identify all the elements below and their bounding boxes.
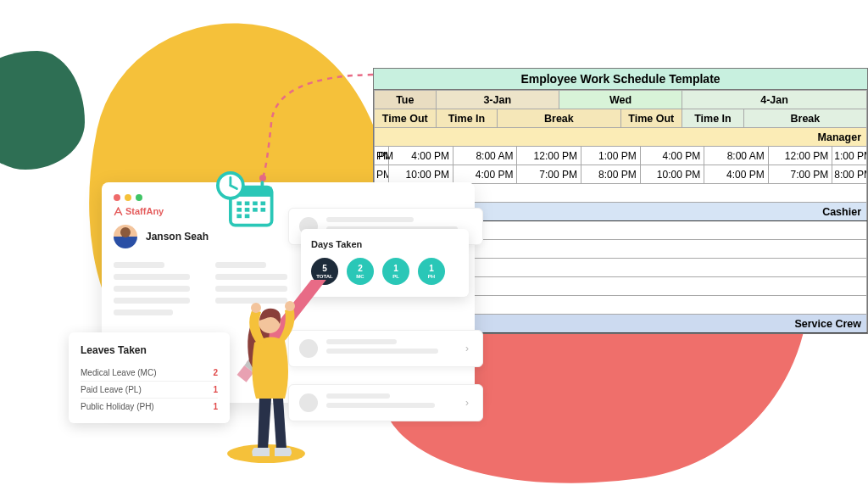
days-taken-pl[interactable]: 1 PL <box>382 258 409 285</box>
col-timein-4jan: Time In <box>682 109 744 128</box>
schedule-title: Employee Work Schedule Template <box>374 69 867 90</box>
clock-calendar-icon <box>216 170 280 233</box>
leave-row: Public Holiday (PH) 1 <box>81 398 218 415</box>
svg-rect-6 <box>245 202 250 206</box>
svg-rect-9 <box>236 208 242 212</box>
col-day-tue: Tue <box>375 91 437 109</box>
col-timein-3jan: Time In <box>436 109 498 128</box>
brand-text: StaffAny <box>125 206 164 216</box>
col-break-4jan: Break <box>743 109 866 128</box>
table-row: PM 4:00 PM 8:00 AM 12:00 PM 1:00 PM 4:00… <box>375 147 867 165</box>
svg-point-24 <box>285 301 295 311</box>
role-row-manager: Manager <box>375 128 867 147</box>
window-controls[interactable] <box>114 194 463 201</box>
days-taken-title: Days Taken <box>311 239 459 249</box>
leave-row: Paid Leave (PL) 1 <box>81 381 218 398</box>
window-max-icon[interactable] <box>136 194 142 201</box>
svg-rect-5 <box>236 202 242 206</box>
col-day-wed: Wed <box>559 91 682 109</box>
avatar <box>114 225 137 248</box>
col-date-3jan: 3-Jan <box>436 91 559 109</box>
table-row: PM 10:00 PM 4:00 PM 7:00 PM 8:00 PM 10:0… <box>375 165 867 184</box>
svg-rect-13 <box>236 215 242 219</box>
chevron-right-icon: › <box>462 397 472 409</box>
col-timeout-tue: Time Out <box>375 109 437 128</box>
leave-value: 1 <box>213 385 218 394</box>
chevron-right-icon: › <box>462 343 472 354</box>
leave-value: 2 <box>213 368 218 377</box>
svg-rect-12 <box>261 208 266 212</box>
decorative-blob-blue <box>0 51 85 170</box>
svg-rect-8 <box>261 202 266 206</box>
window-min-icon[interactable] <box>125 194 131 201</box>
col-break-3jan: Break <box>498 109 620 128</box>
leaves-taken-card: Leaves Taken Medical Leave (MC) 2 Paid L… <box>69 332 230 423</box>
person-illustration-icon <box>219 280 329 475</box>
svg-rect-14 <box>245 215 250 219</box>
days-taken-ph[interactable]: 1 PH <box>418 258 445 285</box>
col-date-4jan: 4-Jan <box>682 91 867 109</box>
leave-label: Medical Leave (MC) <box>81 368 156 377</box>
svg-point-23 <box>251 303 261 313</box>
svg-rect-7 <box>253 202 258 206</box>
days-taken-mc[interactable]: 2 MC <box>347 258 374 285</box>
leave-value: 1 <box>213 402 218 411</box>
role-label: Manager <box>375 128 867 147</box>
svg-rect-11 <box>253 208 258 212</box>
col-timeout-wed: Time Out <box>620 109 682 128</box>
window-close-icon[interactable] <box>114 194 120 201</box>
leave-label: Public Holiday (PH) <box>81 402 154 411</box>
leave-row: Medical Leave (MC) 2 <box>81 365 218 381</box>
profile-name: Janson Seah <box>146 231 209 243</box>
leave-label: Paid Leave (PL) <box>81 385 142 394</box>
leaves-taken-title: Leaves Taken <box>81 344 218 356</box>
svg-rect-10 <box>245 208 250 212</box>
